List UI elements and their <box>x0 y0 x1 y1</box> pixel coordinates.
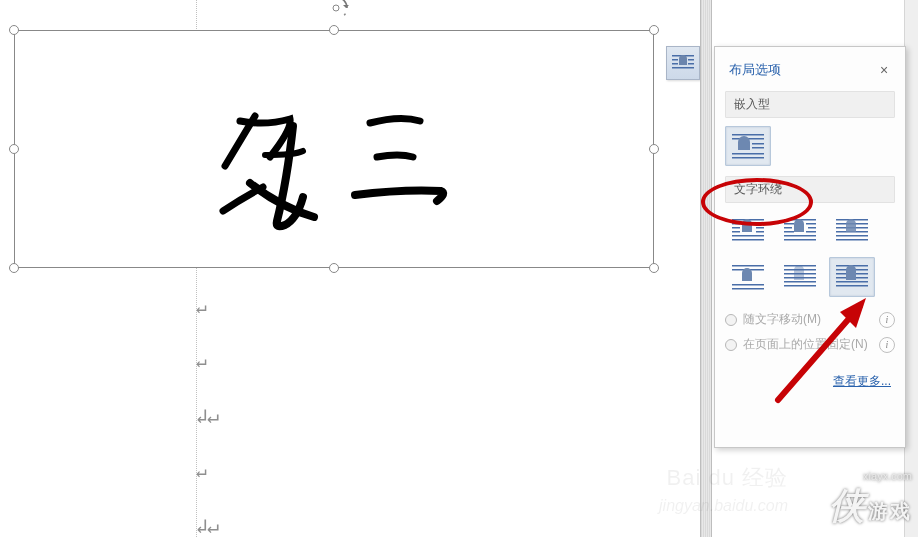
svg-rect-14 <box>732 157 764 159</box>
svg-rect-45 <box>784 273 816 275</box>
svg-rect-47 <box>784 281 816 283</box>
svg-rect-31 <box>784 235 816 237</box>
svg-rect-22 <box>732 235 764 237</box>
watermark-brand-left: 侠 <box>829 485 866 526</box>
svg-rect-6 <box>672 63 678 65</box>
svg-rect-38 <box>836 239 868 241</box>
svg-rect-29 <box>784 231 794 233</box>
svg-marker-1 <box>343 5 349 8</box>
svg-rect-53 <box>836 281 868 283</box>
section-inline-label: 嵌入型 <box>725 91 895 118</box>
wrap-option-top-and-bottom[interactable] <box>725 257 771 297</box>
svg-rect-20 <box>732 231 740 233</box>
svg-rect-42 <box>732 288 764 290</box>
svg-rect-32 <box>784 239 816 241</box>
see-more-link[interactable]: 查看更多... <box>723 373 891 390</box>
radio-label: 随文字移动(M) <box>743 311 821 328</box>
svg-rect-46 <box>784 277 816 279</box>
resize-handle-bottom-left[interactable] <box>9 263 19 273</box>
svg-rect-44 <box>784 269 816 271</box>
selected-picture[interactable] <box>14 30 654 268</box>
watermark-jingyan: jingyan.baidu.com <box>659 497 788 515</box>
svg-rect-28 <box>808 227 816 229</box>
wrap-option-through[interactable] <box>829 211 875 251</box>
svg-rect-30 <box>806 231 816 233</box>
layout-options-panel: 布局选项 × 嵌入型 文字环绕 <box>714 46 906 448</box>
radio-move-with-text: 随文字移动(M) i <box>723 307 897 332</box>
wrap-option-behind-text[interactable] <box>777 257 823 297</box>
wrap-option-in-front-of-text[interactable] <box>829 257 875 297</box>
svg-rect-25 <box>784 223 794 225</box>
svg-rect-13 <box>732 153 764 155</box>
document-edge <box>700 0 712 537</box>
resize-handle-bottom-right[interactable] <box>649 263 659 273</box>
radio-label: 在页面上的位置固定(N) <box>743 336 868 353</box>
resize-handle-top-left[interactable] <box>9 25 19 35</box>
svg-rect-7 <box>688 63 694 65</box>
svg-rect-17 <box>756 223 764 225</box>
paragraph-mark: ↵ <box>196 352 218 370</box>
radio-icon <box>725 314 737 326</box>
svg-rect-43 <box>784 265 816 267</box>
svg-rect-18 <box>732 227 740 229</box>
svg-rect-54 <box>836 285 868 287</box>
svg-point-2 <box>333 5 339 11</box>
svg-rect-21 <box>756 231 764 233</box>
watermark-baidu: Bai du 经验 <box>667 463 789 493</box>
resize-handle-top-right[interactable] <box>649 25 659 35</box>
wrap-option-inline-with-text[interactable] <box>725 126 771 166</box>
resize-handle-middle-left[interactable] <box>9 144 19 154</box>
paragraph-mark: ↵ <box>196 298 218 316</box>
svg-rect-12 <box>752 147 764 149</box>
svg-rect-8 <box>672 67 694 69</box>
svg-rect-4 <box>672 59 678 61</box>
paragraph-mark: ↵ <box>196 462 218 480</box>
watermark-brand: xiayx.com 侠游戏 <box>829 470 912 531</box>
svg-rect-37 <box>836 235 868 237</box>
svg-rect-9 <box>732 134 764 136</box>
radio-icon <box>725 339 737 351</box>
svg-rect-19 <box>756 227 764 229</box>
resize-handle-bottom-middle[interactable] <box>329 263 339 273</box>
svg-rect-23 <box>732 239 764 241</box>
watermark-brand-right: 游戏 <box>868 500 912 522</box>
panel-title: 布局选项 <box>729 61 781 79</box>
watermark-url: xiayx.com <box>829 470 912 482</box>
vertical-scrollbar[interactable] <box>904 0 918 537</box>
svg-rect-41 <box>732 284 764 286</box>
info-icon[interactable]: i <box>879 337 895 353</box>
svg-rect-26 <box>806 223 816 225</box>
paragraph-mark: ↲↵ <box>196 516 218 536</box>
svg-rect-48 <box>784 285 816 287</box>
section-wrap-label: 文字环绕 <box>725 176 895 203</box>
rotation-handle[interactable] <box>322 0 350 22</box>
svg-rect-16 <box>732 223 740 225</box>
info-icon[interactable]: i <box>879 312 895 328</box>
resize-handle-top-middle[interactable] <box>329 25 339 35</box>
svg-rect-39 <box>732 265 764 267</box>
close-button[interactable]: × <box>875 61 893 79</box>
document-canvas: ↵ ↵ ↲↵ ↵ ↲↵ <box>0 0 700 537</box>
resize-handle-middle-right[interactable] <box>649 144 659 154</box>
svg-rect-27 <box>784 227 792 229</box>
wrap-option-tight[interactable] <box>777 211 823 251</box>
paragraph-mark: ↲↵ <box>196 406 218 426</box>
svg-rect-11 <box>752 143 764 145</box>
paragraph-marks-column: ↵ ↵ ↲↵ ↵ ↲↵ <box>196 298 218 537</box>
radio-fix-position: 在页面上的位置固定(N) i <box>723 332 897 357</box>
svg-rect-5 <box>688 59 694 61</box>
wrap-option-square[interactable] <box>725 211 771 251</box>
signature-image <box>195 91 495 251</box>
layout-options-trigger-button[interactable] <box>666 46 700 80</box>
